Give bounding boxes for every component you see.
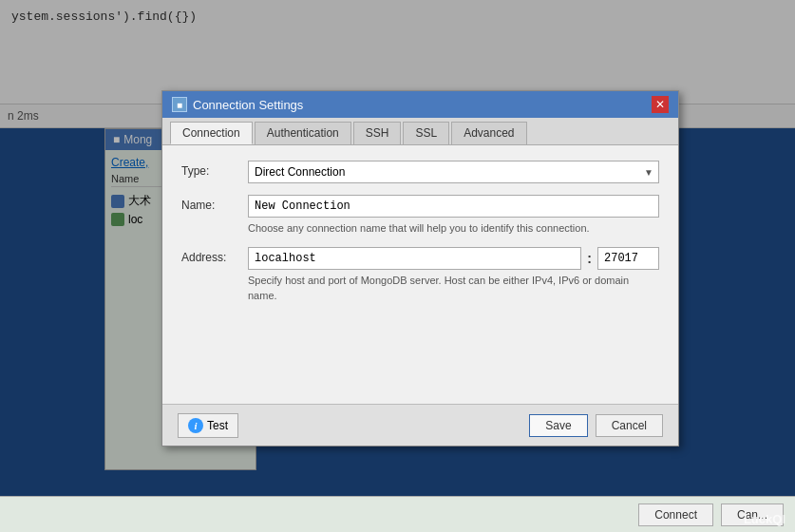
type-control: Direct Connection Replica Set Sharded Cl…	[248, 161, 659, 183]
address-label: Address:	[181, 247, 248, 264]
cancel-button[interactable]: Cancel	[596, 414, 663, 437]
address-control: : Specify host and port of MongoDB serve…	[248, 247, 659, 303]
watermark: LuckQI	[744, 512, 786, 526]
footer-left: i Test	[178, 413, 238, 438]
type-select[interactable]: Direct Connection Replica Set Sharded Cl…	[248, 161, 659, 183]
dialog-body: Type: Direct Connection Replica Set Shar…	[162, 145, 678, 330]
type-label: Type:	[181, 161, 248, 178]
dialog-title: Connection Settings	[193, 98, 303, 112]
dialog-close-button[interactable]: ✕	[652, 96, 669, 113]
tab-advanced[interactable]: Advanced	[451, 122, 526, 144]
tab-connection[interactable]: Connection	[170, 122, 253, 144]
address-input-row: :	[248, 247, 659, 270]
address-row: Address: : Specify host and port of Mong…	[181, 247, 659, 303]
connection-settings-dialog: ■ Connection Settings ✕ Connection Authe…	[161, 90, 679, 446]
host-input[interactable]	[248, 247, 581, 270]
save-button[interactable]: Save	[529, 414, 587, 437]
footer-right: Save Cancel	[529, 414, 663, 437]
type-row: Type: Direct Connection Replica Set Shar…	[181, 161, 659, 183]
colon-separator: :	[587, 251, 592, 266]
test-button[interactable]: i Test	[178, 413, 238, 438]
tab-ssl[interactable]: SSL	[403, 122, 449, 144]
dialog-titlebar: ■ Connection Settings ✕	[162, 91, 678, 118]
port-input[interactable]	[597, 247, 659, 270]
type-select-wrapper: Direct Connection Replica Set Sharded Cl…	[248, 161, 659, 183]
dialog-footer: i Test Save Cancel	[162, 404, 678, 446]
name-control: Choose any connection name that will hel…	[248, 195, 659, 236]
tab-bar: Connection Authentication SSH SSL Advanc…	[162, 118, 678, 145]
name-input[interactable]	[248, 195, 659, 218]
connect-button[interactable]: Connect	[638, 504, 713, 526]
dialog-titlebar-left: ■ Connection Settings	[172, 97, 303, 112]
bottom-bar: Connect Can... LuckQI	[0, 496, 795, 532]
test-label: Test	[207, 419, 228, 432]
name-hint: Choose any connection name that will hel…	[248, 221, 659, 236]
address-hint: Specify host and port of MongoDB server.…	[248, 274, 659, 303]
tab-ssh[interactable]: SSH	[353, 122, 402, 144]
name-label: Name:	[181, 195, 248, 212]
name-row: Name: Choose any connection name that wi…	[181, 195, 659, 236]
dialog-title-icon: ■	[172, 97, 187, 112]
tab-authentication[interactable]: Authentication	[255, 122, 351, 144]
info-icon: i	[188, 418, 203, 433]
